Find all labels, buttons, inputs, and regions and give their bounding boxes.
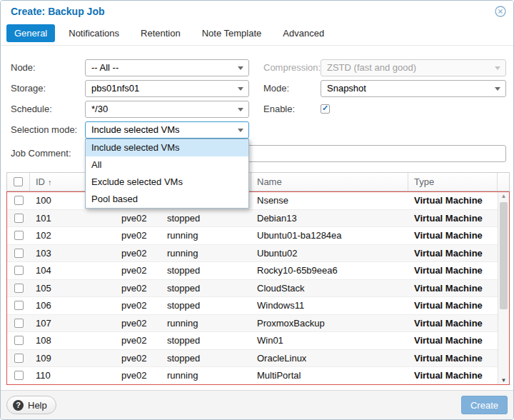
help-icon: ? — [13, 400, 24, 411]
selection-mode-value: Include selected VMs — [91, 122, 180, 138]
vm-status: stopped — [161, 332, 251, 349]
storage-label: Storage: — [11, 83, 46, 94]
row-checkbox[interactable] — [14, 231, 24, 240]
vm-type: Virtual Machine — [408, 227, 498, 244]
vm-status: stopped — [161, 210, 251, 227]
scroll-up-icon[interactable]: ▲ — [498, 193, 509, 199]
row-checkbox[interactable] — [14, 354, 24, 363]
table-row[interactable]: 106 pve02 stopped Windows11 Virtual Mach… — [7, 297, 498, 315]
vm-name: Nsense — [251, 192, 408, 209]
table-row[interactable]: 105 pve02 stopped CloudStack Virtual Mac… — [7, 280, 498, 298]
vm-name: MultiPortal — [251, 367, 408, 384]
vm-status: running — [161, 315, 251, 332]
table-row[interactable]: 107 pve02 running ProxmoxBackup Virtual … — [7, 315, 498, 333]
table-row[interactable]: 110 pve02 running MultiPortal Virtual Ma… — [7, 367, 498, 385]
selection-mode-option[interactable]: Include selected VMs — [86, 139, 248, 156]
selection-mode-dropdown-list: Include selected VMs All Exclude selecte… — [85, 139, 249, 209]
vm-status: running — [161, 227, 251, 244]
schedule-combo[interactable]: */30 — [85, 101, 249, 118]
column-header-name[interactable]: Name — [251, 173, 408, 191]
select-all-cell[interactable] — [7, 173, 30, 191]
chevron-down-icon — [238, 108, 243, 111]
table-row[interactable]: 100 Nsense Virtual Machine — [7, 192, 498, 210]
storage-combo[interactable]: pbs01nfs01 — [85, 80, 249, 97]
row-check-cell — [7, 350, 30, 367]
vm-node: pve02 — [116, 210, 161, 227]
vm-name: OracleLinux — [251, 350, 408, 367]
vm-type: Virtual Machine — [408, 332, 498, 349]
selection-mode-option[interactable]: Exclude selected VMs — [86, 174, 248, 191]
vm-status: stopped — [161, 350, 251, 367]
vm-node: pve02 — [116, 297, 161, 314]
vm-name: Win01 — [251, 332, 408, 349]
row-checkbox[interactable] — [14, 196, 24, 205]
row-checkbox[interactable] — [14, 301, 24, 310]
tabbar-divider — [1, 45, 513, 46]
table-row[interactable]: 103 pve02 running Ubuntu02 Virtual Machi… — [7, 245, 498, 263]
tab-advanced[interactable]: Advanced — [275, 24, 332, 42]
table-row[interactable]: 102 pve02 running Ubuntu01-ba1284ea Virt… — [7, 227, 498, 245]
vm-status: stopped — [161, 297, 251, 314]
tab-notifications[interactable]: Notifications — [61, 24, 127, 42]
row-checkbox[interactable] — [14, 249, 24, 258]
vm-type: Virtual Machine — [408, 210, 498, 227]
scroll-down-icon[interactable]: ▼ — [498, 377, 509, 384]
row-check-cell — [7, 332, 30, 349]
column-header-type[interactable]: Type — [408, 173, 498, 191]
help-button-label: Help — [28, 400, 47, 411]
vm-node: pve02 — [116, 367, 161, 384]
node-label: Node: — [11, 62, 36, 74]
mode-combo[interactable]: Snapshot — [321, 80, 506, 97]
tab-general[interactable]: General — [6, 24, 55, 42]
row-checkbox[interactable] — [14, 319, 24, 328]
selection-mode-option[interactable]: Pool based — [86, 191, 248, 208]
row-checkbox[interactable] — [14, 214, 24, 223]
create-backup-job-dialog: Create: Backup Job General Notifications… — [0, 0, 514, 420]
vm-id: 106 — [30, 297, 116, 314]
storage-value: pbs01nfs01 — [91, 81, 139, 96]
create-button[interactable]: Create — [461, 396, 508, 414]
help-button[interactable]: ? Help — [6, 396, 56, 414]
compression-combo: ZSTD (fast and good) — [321, 59, 506, 76]
vm-type: Virtual Machine — [408, 280, 498, 297]
row-check-cell — [7, 280, 30, 297]
chevron-down-icon — [238, 66, 243, 70]
vm-table-header: ID↑ Node Status Name Type — [6, 172, 510, 191]
selection-mode-option[interactable]: All — [86, 156, 248, 174]
row-checkbox[interactable] — [14, 266, 24, 275]
tab-retention[interactable]: Retention — [133, 24, 188, 42]
chevron-down-icon — [238, 87, 243, 91]
close-icon[interactable] — [495, 6, 506, 17]
table-row[interactable]: 101 pve02 stopped Debian13 Virtual Machi… — [7, 210, 498, 228]
enable-checkbox[interactable] — [321, 104, 330, 114]
vm-node: pve02 — [116, 262, 161, 279]
chevron-down-icon — [238, 129, 243, 132]
vm-name: CloudStack — [251, 280, 408, 297]
row-check-cell — [7, 227, 30, 244]
row-check-cell — [7, 367, 30, 384]
select-all-checkbox[interactable] — [14, 177, 23, 186]
row-checkbox[interactable] — [14, 371, 24, 380]
table-row[interactable]: 108 pve02 stopped Win01 Virtual Machine — [7, 332, 498, 350]
table-row[interactable]: 109 pve02 stopped OracleLinux Virtual Ma… — [7, 350, 498, 368]
table-scrollbar[interactable]: ▲ ▼ — [498, 192, 509, 384]
scrollbar-thumb[interactable] — [500, 202, 508, 309]
row-checkbox[interactable] — [14, 284, 24, 293]
row-checkbox[interactable] — [14, 336, 24, 345]
column-header-id-label: ID — [36, 176, 45, 187]
vm-id: 108 — [30, 332, 116, 349]
row-check-cell — [7, 245, 30, 262]
node-combo[interactable]: -- All -- — [85, 59, 249, 76]
vm-type: Virtual Machine — [408, 350, 498, 367]
vm-type: Virtual Machine — [408, 245, 498, 262]
enable-label: Enable: — [263, 104, 295, 115]
chevron-down-icon — [495, 87, 500, 91]
vm-status: running — [161, 367, 251, 384]
selection-mode-combo[interactable]: Include selected VMs — [85, 121, 249, 139]
vm-name: ProxmoxBackup — [251, 315, 408, 332]
mode-value: Snapshot — [327, 81, 366, 96]
tab-note-template[interactable]: Note Template — [194, 24, 270, 42]
table-row[interactable]: 104 pve02 stopped Rocky10-65b9eea6 Virtu… — [7, 262, 498, 280]
vm-id: 109 — [30, 350, 116, 367]
node-value: -- All -- — [91, 60, 119, 76]
